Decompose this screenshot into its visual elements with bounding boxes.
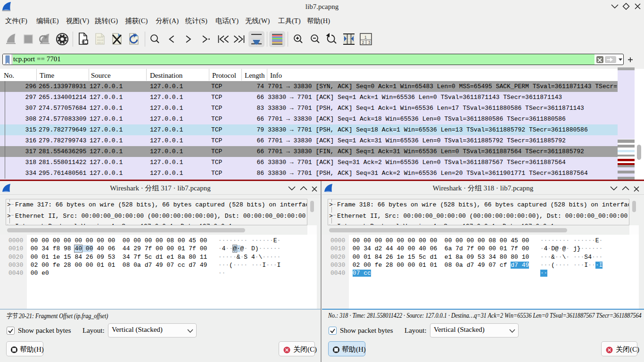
svg-text:1: 1 <box>364 35 367 40</box>
svg-text:0011: 0011 <box>97 41 104 45</box>
svg-text:2: 2 <box>362 40 364 45</box>
svg-text:3: 3 <box>368 40 371 45</box>
